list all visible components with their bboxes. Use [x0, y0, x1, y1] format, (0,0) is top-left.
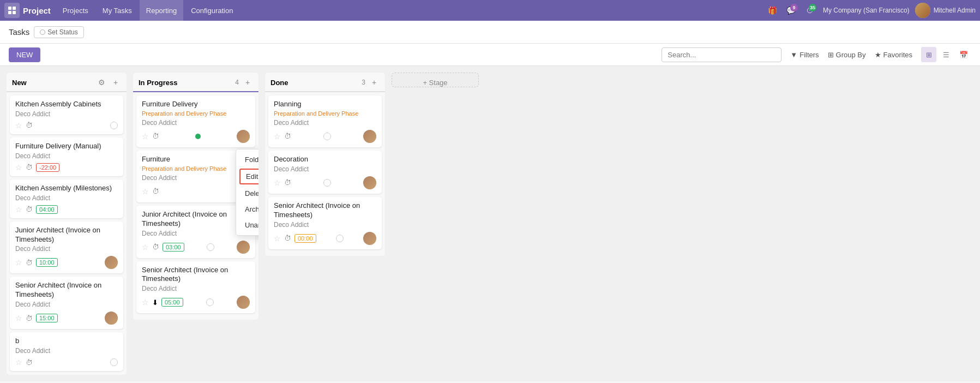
- card-subtitle: Deco Addict: [15, 347, 118, 355]
- set-status-button[interactable]: Set Status: [34, 26, 83, 38]
- nav-reporting[interactable]: Reporting: [140, 0, 183, 21]
- card-status-circle[interactable]: [207, 243, 214, 251]
- group-by-button[interactable]: ⊞ Group By: [828, 51, 866, 59]
- column-done: Done 3 + Planning Preparation and Delive…: [265, 73, 385, 256]
- nav-projects[interactable]: Projects: [56, 0, 95, 21]
- card-kitchen-assembly-milestones[interactable]: Kitchen Assembly (Milestones) Deco Addic…: [10, 179, 123, 218]
- card-timer-icon: ⏱: [26, 314, 33, 322]
- column-done-add-icon[interactable]: +: [369, 77, 380, 88]
- card-senior-architect-done[interactable]: Senior Architect (Invoice on Timesheets)…: [268, 197, 382, 249]
- new-button[interactable]: NEW: [9, 47, 40, 62]
- column-new-settings-icon[interactable]: ⚙: [96, 77, 107, 88]
- card-subtitle: Deco Addict: [15, 301, 118, 308]
- card-b[interactable]: b Deco Addict ☆ ⏱: [10, 332, 123, 371]
- page-toolbar: Tasks Set Status: [0, 21, 980, 44]
- column-in-progress-add-icon[interactable]: +: [242, 77, 253, 88]
- card-star-icon[interactable]: ☆: [15, 314, 22, 322]
- card-timer-icon: ⏱: [26, 358, 33, 367]
- app-grid-icon[interactable]: [4, 3, 20, 18]
- context-menu-unarchive-all[interactable]: Unarchive All: [236, 217, 258, 233]
- card-subtitle: Deco Addict: [15, 194, 118, 202]
- svg-rect-2: [8, 11, 11, 14]
- card-title: Junior Architect (Invoice on Timesheets): [15, 226, 118, 244]
- calendar-view-button[interactable]: 📅: [956, 47, 971, 62]
- user-avatar[interactable]: [915, 3, 930, 18]
- card-avatar: [105, 312, 118, 325]
- card-status-circle[interactable]: [323, 133, 331, 140]
- company-name: My Company (San Francisco): [823, 7, 910, 14]
- card-title: Planning: [274, 100, 376, 109]
- kanban-view-button[interactable]: ⊞: [921, 47, 936, 62]
- card-avatar: [363, 130, 376, 143]
- card-subtitle: Deco Addict: [142, 230, 250, 237]
- card-subtitle: Deco Addict: [142, 285, 250, 292]
- context-menu-edit-stage[interactable]: Edit Stage: [239, 169, 258, 184]
- card-star-icon[interactable]: ☆: [15, 163, 22, 172]
- card-furniture-delivery-manual[interactable]: Furniture Delivery (Manual) Deco Addict …: [10, 137, 123, 176]
- card-timer-icon: ⏱: [26, 121, 33, 129]
- username[interactable]: Mitchell Admin: [934, 7, 976, 14]
- context-menu-delete[interactable]: Delete: [236, 185, 258, 201]
- card-star-icon[interactable]: ☆: [274, 132, 281, 141]
- card-star-icon[interactable]: ☆: [274, 178, 281, 187]
- card-star-icon[interactable]: ☆: [142, 298, 149, 307]
- card-title: Senior Architect (Invoice on Timesheets): [274, 201, 376, 220]
- nav-configuration[interactable]: Configuration: [184, 0, 239, 21]
- column-done-title: Done: [270, 79, 358, 87]
- card-star-icon[interactable]: ☆: [142, 243, 149, 252]
- card-star-icon[interactable]: ☆: [15, 121, 22, 130]
- card-time-badge: 10:00: [36, 258, 58, 267]
- favorites-button[interactable]: ★ Favorites: [875, 51, 912, 59]
- card-timer-icon: ⏱: [284, 234, 291, 242]
- context-menu-fold[interactable]: Fold: [236, 152, 258, 167]
- card-junior-architect-new[interactable]: Junior Architect (Invoice on Timesheets)…: [10, 222, 123, 274]
- card-subtitle: Deco Addict: [15, 152, 118, 160]
- card-status-circle[interactable]: [323, 179, 331, 187]
- card-subtitle: Deco Addict: [142, 119, 250, 127]
- card-star-icon[interactable]: ☆: [142, 187, 149, 196]
- list-view-button[interactable]: ☰: [939, 47, 954, 62]
- status-circle-icon: [40, 29, 45, 35]
- card-senior-architect-progress[interactable]: Senior Architect (Invoice on Timesheets)…: [136, 261, 255, 314]
- card-star-icon[interactable]: ☆: [15, 258, 22, 267]
- card-title: Senior Architect (Invoice on Timesheets): [142, 266, 250, 284]
- card-star-icon[interactable]: ☆: [15, 205, 22, 214]
- card-title: Furniture: [142, 155, 250, 164]
- card-avatar: [105, 256, 118, 269]
- column-done-header: Done 3 +: [265, 73, 385, 92]
- card-decoration[interactable]: Decoration Deco Addict ☆ ⏱: [268, 151, 382, 194]
- filters-button[interactable]: ▼ Filters: [790, 51, 819, 59]
- app-name: Project: [23, 6, 51, 15]
- card-status-circle[interactable]: [110, 122, 118, 129]
- column-new-title: New: [12, 79, 93, 87]
- column-in-progress: In Progress 4 + Furniture Delivery Prepa…: [133, 73, 258, 320]
- card-status-circle[interactable]: [206, 298, 214, 306]
- column-new-add-icon[interactable]: +: [110, 77, 121, 88]
- column-done-cards: Planning Preparation and Delivery Phase …: [265, 92, 385, 256]
- card-star-icon[interactable]: ☆: [15, 358, 22, 367]
- chat-icon[interactable]: 💬 9: [784, 3, 799, 18]
- card-title: Junior Architect (Invoice on Timesheets): [142, 210, 250, 229]
- card-time-badge: 03:00: [163, 243, 184, 252]
- gift-icon[interactable]: 🎁: [765, 3, 780, 18]
- card-star-icon[interactable]: ☆: [142, 132, 149, 141]
- column-new-cards: Kitchen Assembly Cabinets Deco Addict ☆ …: [7, 92, 127, 375]
- card-status-circle[interactable]: [336, 235, 344, 242]
- card-senior-architect-new[interactable]: Senior Architect (Invoice on Timesheets)…: [10, 277, 123, 329]
- add-stage-button[interactable]: + Stage: [392, 73, 479, 87]
- card-avatar: [237, 130, 250, 143]
- chat-badge: 9: [790, 4, 798, 11]
- card-avatar: [363, 232, 376, 245]
- search-input[interactable]: [662, 47, 781, 62]
- svg-rect-1: [13, 7, 16, 10]
- nav-my-tasks[interactable]: My Tasks: [96, 0, 139, 21]
- card-star-icon[interactable]: ☆: [274, 234, 281, 243]
- timer-icon[interactable]: ⏱ 35: [802, 3, 817, 18]
- filter-bar: NEW ▼ Filters ⊞ Group By ★ Favorites ⊞ ☰…: [0, 44, 980, 66]
- group-by-icon: ⊞: [828, 51, 834, 59]
- card-planning[interactable]: Planning Preparation and Delivery Phase …: [268, 95, 382, 147]
- card-kitchen-assembly-cabinets[interactable]: Kitchen Assembly Cabinets Deco Addict ☆ …: [10, 95, 123, 134]
- context-menu-archive-all[interactable]: Archive All: [236, 201, 258, 217]
- card-furniture-delivery[interactable]: Furniture Delivery Preparation and Deliv…: [136, 95, 255, 147]
- card-status-circle[interactable]: [110, 358, 118, 366]
